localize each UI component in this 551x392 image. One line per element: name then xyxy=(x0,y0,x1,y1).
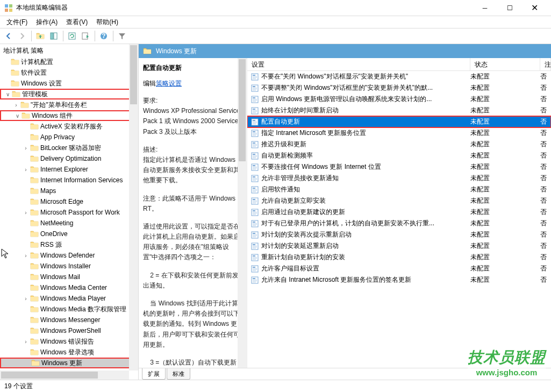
column-note[interactable]: 注 xyxy=(540,58,551,70)
folder-icon xyxy=(30,251,39,260)
list-row[interactable]: 自动更新检测频率未配置否 xyxy=(247,150,551,161)
folder-icon xyxy=(143,47,152,55)
tree-item[interactable]: Microsoft Edge xyxy=(0,196,138,207)
list-row[interactable]: 启用 Windows 更新电源管理以自动唤醒系统来安装计划的...未配置否 xyxy=(247,94,551,105)
tree-item[interactable]: 软件设置 xyxy=(0,67,138,78)
tree-item[interactable]: ›Microsoft Passport for Work xyxy=(0,207,138,218)
expander-icon[interactable]: › xyxy=(22,145,30,151)
menu-view[interactable]: 查看(V) xyxy=(62,17,92,28)
row-setting-text: 不要在"关闭 Windows"对话框显示"安装更新并关机" xyxy=(261,72,470,81)
edit-policy-link[interactable]: 策略设置 xyxy=(156,79,182,88)
show-hide-tree-button[interactable] xyxy=(47,30,60,42)
tree-item[interactable]: Windows PowerShell xyxy=(0,325,138,336)
folder-icon xyxy=(31,359,40,367)
tree-item[interactable]: ›Windows Media Player xyxy=(0,293,138,304)
tab-extended[interactable]: 扩展 xyxy=(142,368,166,380)
column-setting[interactable]: 设置 xyxy=(247,58,470,70)
tree-item[interactable]: ActiveX 安装程序服务 xyxy=(0,121,138,132)
tree-item[interactable]: ›Windows Defender xyxy=(0,250,138,261)
tree-item[interactable]: ›Windows 错误报告 xyxy=(0,336,138,347)
list-row[interactable]: 不要连接任何 Windows 更新 Internet 位置未配置否 xyxy=(247,161,551,173)
help-button[interactable]: ? xyxy=(97,30,110,42)
list-row[interactable]: 指定 Intranet Microsoft 更新服务位置未配置否 xyxy=(247,127,551,139)
tree-item[interactable]: Windows 设置 xyxy=(0,78,138,89)
forward-button[interactable] xyxy=(16,30,28,42)
menu-help[interactable]: 帮助(H) xyxy=(92,17,123,28)
row-note-text: 否 xyxy=(540,83,551,92)
tree-item[interactable]: Windows Media 数字权限管理 xyxy=(0,304,138,315)
setting-icon xyxy=(251,140,259,149)
folder-icon xyxy=(12,90,20,98)
list-row[interactable]: 允许自动更新立即安装未配置否 xyxy=(247,195,551,206)
up-button[interactable] xyxy=(34,30,47,42)
list-row[interactable]: 重新计划自动更新计划的安装未配置否 xyxy=(247,252,551,263)
tree-item[interactable]: ›Internet Explorer xyxy=(0,164,138,175)
list-row[interactable]: 配置自动更新未配置否 xyxy=(247,116,551,127)
tree-item[interactable]: ›BitLocker 驱动器加密 xyxy=(0,142,138,153)
tree-item[interactable]: ›"开始"菜单和任务栏 xyxy=(0,99,138,110)
description-scrollbar[interactable] xyxy=(238,58,247,368)
folder-icon xyxy=(30,133,39,141)
list-row[interactable]: 对于有已登录用户的计算机，计划的自动更新安装不执行重...未配置否 xyxy=(247,218,551,229)
tree-item[interactable]: Windows Mail xyxy=(0,272,138,282)
expander-icon[interactable]: › xyxy=(22,339,30,345)
list-row[interactable]: 启用软件通知未配置否 xyxy=(247,184,551,195)
tree-item[interactable]: 计算机配置 xyxy=(0,56,138,67)
expander-icon[interactable]: › xyxy=(22,253,30,259)
list-row[interactable]: 允许客户端目标设置未配置否 xyxy=(247,263,551,274)
tab-standard[interactable]: 标准 xyxy=(167,368,190,380)
row-note-text: 否 xyxy=(540,117,551,126)
list-row[interactable]: 不要在"关闭 Windows"对话框显示"安装更新并关机"未配置否 xyxy=(247,71,551,82)
tree-item[interactable]: Internet Information Services xyxy=(0,175,138,186)
tree-root[interactable]: 地计算机 策略 xyxy=(0,45,138,56)
tree-item[interactable]: Windows Installer xyxy=(0,261,138,272)
setting-icon xyxy=(251,95,259,104)
tree-item[interactable]: Windows Messenger xyxy=(0,315,138,325)
setting-icon xyxy=(251,276,259,284)
tree-item[interactable]: Maps xyxy=(0,186,138,196)
tree-item[interactable]: ∨Windows 组件 xyxy=(0,110,138,121)
list-row[interactable]: 对计划的安装延迟重新启动未配置否 xyxy=(247,240,551,252)
tree-item[interactable]: RSS 源 xyxy=(0,239,138,250)
close-button[interactable]: ✕ xyxy=(522,0,547,16)
back-button[interactable] xyxy=(2,30,15,42)
expander-icon[interactable]: ∨ xyxy=(3,91,12,97)
tree-item[interactable]: ∨管理模板 xyxy=(0,89,138,99)
description-text: 指定此计算机是否通过 Windows 自动更新服务来接收安全更新和其他重要下载。 xyxy=(143,156,240,184)
list-row[interactable]: 允许来自 Intranet Microsoft 更新服务位置的签名更新未配置否 xyxy=(247,274,551,286)
tree[interactable]: 地计算机 策略计算机配置软件设置Windows 设置∨管理模板›"开始"菜单和任… xyxy=(0,44,138,380)
expander-icon[interactable]: › xyxy=(22,210,30,216)
list-row[interactable]: 推迟升级和更新未配置否 xyxy=(247,139,551,150)
list-row[interactable]: 始终在计划的时间重新启动未配置否 xyxy=(247,105,551,116)
list-row[interactable]: 启用通过自动更新建议的更新未配置否 xyxy=(247,206,551,218)
menu-file[interactable]: 文件(F) xyxy=(2,17,32,28)
column-status[interactable]: 状态 xyxy=(470,58,540,70)
folder-icon xyxy=(30,176,39,184)
tree-item[interactable]: Windows Media Center xyxy=(0,282,138,293)
tree-item[interactable]: OneDrive xyxy=(0,229,138,239)
app-icon xyxy=(4,4,13,12)
tree-item[interactable]: NetMeeting xyxy=(0,218,138,229)
export-button[interactable] xyxy=(79,30,92,42)
expander-icon[interactable]: › xyxy=(22,296,30,302)
tree-item[interactable]: Delivery Optimization xyxy=(0,153,138,164)
tree-item[interactable]: App Privacy xyxy=(0,132,138,142)
setting-icon xyxy=(251,208,259,217)
tree-item[interactable]: Windows 登录选项 xyxy=(0,347,138,358)
minimize-button[interactable]: ─ xyxy=(473,0,497,16)
tree-scrollbar-vertical[interactable] xyxy=(129,44,138,370)
expander-icon[interactable]: › xyxy=(22,167,30,173)
maximize-button[interactable]: ☐ xyxy=(497,0,522,16)
tree-item[interactable]: Windows 更新 xyxy=(0,358,138,368)
tree-scrollbar-horizontal[interactable] xyxy=(0,370,129,380)
filter-button[interactable] xyxy=(116,30,128,42)
tree-item-label: Internet Information Services xyxy=(40,176,123,184)
expander-icon[interactable]: › xyxy=(12,102,20,108)
list-row[interactable]: 允许非管理员接收更新通知未配置否 xyxy=(247,173,551,184)
refresh-button[interactable] xyxy=(66,30,78,42)
selected-setting-title: 配置自动更新 xyxy=(143,63,244,73)
menu-action[interactable]: 操作(A) xyxy=(32,17,62,28)
expander-icon[interactable]: ∨ xyxy=(13,113,22,119)
list-row[interactable]: 不要调整"关闭 Windows"对话框里的"安装更新并关机"的默...未配置否 xyxy=(247,82,551,94)
list-row[interactable]: 对计划的安装再次提示重新启动未配置否 xyxy=(247,229,551,240)
